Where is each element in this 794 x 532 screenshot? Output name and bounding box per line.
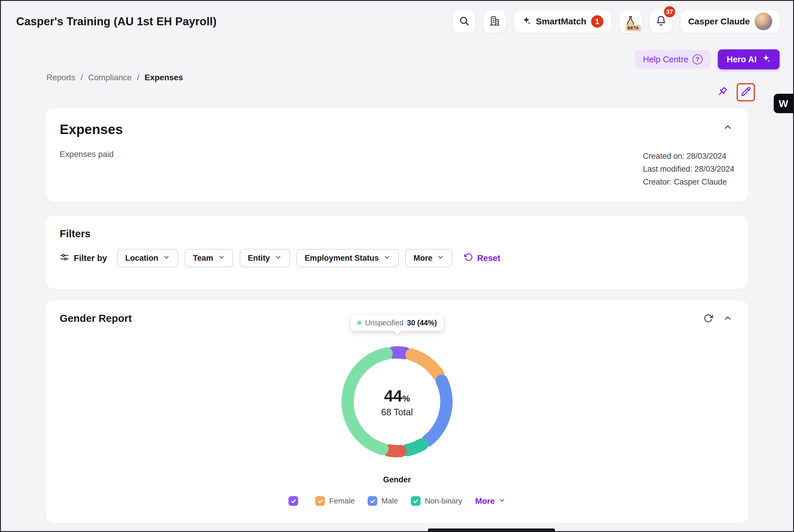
sliders-icon <box>60 252 69 264</box>
gender-report-card: Gender Report Unspecifie <box>45 301 749 523</box>
expenses-card: Expenses Expenses paid Created on: 28/03… <box>45 109 749 202</box>
legend-checkbox[interactable] <box>411 496 421 506</box>
pin-icon <box>716 86 728 99</box>
pin-button[interactable] <box>713 83 731 101</box>
filter-entity-dropdown[interactable]: Entity <box>240 249 290 267</box>
bottom-cutoff-element <box>428 529 555 531</box>
filter-more-dropdown[interactable]: More <box>405 249 453 267</box>
breadcrumb-separator: / <box>80 73 83 82</box>
page-title: Casper's Training (AU 1st EH Payroll) <box>16 15 453 28</box>
smartmatch-label: SmartMatch <box>536 17 586 26</box>
smartmatch-button[interactable]: SmartMatch 1 <box>514 10 611 33</box>
chevron-down-icon <box>275 254 282 263</box>
chevron-down-icon <box>498 496 505 506</box>
created-on: Created on: 28/03/2024 <box>643 150 734 163</box>
side-widget-tab[interactable]: W <box>774 94 793 113</box>
chevron-down-icon <box>218 254 225 263</box>
legend-item-male[interactable]: Male <box>368 496 398 506</box>
refresh-report-button[interactable] <box>702 312 715 325</box>
chevron-up-icon <box>723 314 733 324</box>
search-button[interactable] <box>453 10 476 33</box>
filter-by-label: Filter by <box>60 252 107 264</box>
sparkle-icon <box>522 16 531 27</box>
hero-ai-button[interactable]: Hero AI <box>718 50 780 69</box>
expenses-title: Expenses <box>60 121 123 137</box>
chevron-down-icon <box>384 254 390 263</box>
filter-employment-status-dropdown[interactable]: Employment Status <box>296 249 399 267</box>
legend-checkbox[interactable] <box>289 496 298 506</box>
report-tools <box>1 82 793 102</box>
chart-legend: Female Male Non-binary More <box>289 496 505 506</box>
expenses-subtitle: Expenses paid <box>60 150 114 188</box>
legend-item-non-binary[interactable]: Non-binary <box>411 496 462 506</box>
sparkle-icon <box>761 54 771 65</box>
w-logo: W <box>779 98 788 109</box>
tooltip-value: 30 (44%) <box>407 319 437 327</box>
breadcrumb-reports[interactable]: Reports <box>47 73 75 82</box>
building-icon <box>489 15 500 27</box>
breadcrumb-separator: / <box>137 73 140 82</box>
rotate-ccw-icon <box>464 253 473 264</box>
app-window: Casper's Training (AU 1st EH Payroll) Sm… <box>0 0 794 532</box>
pencil-icon <box>740 86 752 99</box>
chart-tooltip: Unspecified 30 (44%) <box>350 315 443 331</box>
notifications-badge: 37 <box>663 5 676 19</box>
edit-button[interactable] <box>737 83 755 101</box>
user-menu-button[interactable]: Casper Claude <box>680 10 780 33</box>
center-total: 68 Total <box>381 407 413 418</box>
help-centre-button[interactable]: Help Centre ? <box>634 50 711 69</box>
filter-location-dropdown[interactable]: Location <box>117 249 179 267</box>
user-name: Casper Claude <box>688 17 750 26</box>
notifications-button[interactable]: 37 <box>650 10 672 33</box>
breadcrumb: Reports / Compliance / Expenses <box>1 73 793 82</box>
collapse-gender-report-button[interactable] <box>721 312 734 325</box>
chevron-up-icon <box>723 122 733 133</box>
chevron-down-icon <box>437 254 444 263</box>
top-bar: Casper's Training (AU 1st EH Payroll) Sm… <box>1 1 793 42</box>
filters-card: Filters Filter by Location Team <box>45 215 749 289</box>
gender-report-title: Gender Report <box>60 312 132 324</box>
beta-badge: BETA <box>626 25 641 31</box>
smartmatch-badge: 1 <box>591 15 604 27</box>
legend-item-unlabeled[interactable] <box>289 496 302 506</box>
legend-checkbox[interactable] <box>315 496 325 506</box>
legend-checkbox[interactable] <box>368 496 377 506</box>
creator: Creator: Casper Claude <box>643 175 734 188</box>
quick-actions-row: Help Centre ? Hero AI <box>1 49 793 70</box>
question-circle-icon: ? <box>693 54 703 64</box>
bell-icon <box>655 15 667 27</box>
reset-filters-button[interactable]: Reset <box>464 253 500 264</box>
legend-item-female[interactable]: Female <box>315 496 355 506</box>
main-content: Expenses Expenses paid Created on: 28/03… <box>1 109 793 523</box>
gender-donut-chart[interactable]: 44 % 68 Total <box>335 340 459 463</box>
tooltip-label: Unspecified <box>365 319 404 327</box>
help-centre-label: Help Centre <box>643 55 688 64</box>
report-meta: Created on: 28/03/2024 Last modified: 28… <box>643 150 734 188</box>
refresh-icon <box>704 314 713 324</box>
beta-lab-button[interactable]: BETA <box>619 10 642 33</box>
search-icon <box>459 15 469 27</box>
filters-title: Filters <box>60 228 734 240</box>
organisation-button[interactable] <box>483 10 506 33</box>
header-actions: SmartMatch 1 BETA 37 Casper Claude <box>453 10 780 33</box>
donut-center-text: 44 % 68 Total <box>335 340 459 463</box>
collapse-expenses-button[interactable] <box>721 121 734 134</box>
last-modified: Last modified: 28/03/2024 <box>643 163 734 175</box>
filter-team-dropdown[interactable]: Team <box>185 249 233 267</box>
breadcrumb-compliance[interactable]: Compliance <box>88 73 132 82</box>
breadcrumb-expenses: Expenses <box>144 73 183 82</box>
tooltip-dot <box>357 321 362 325</box>
hero-ai-label: Hero AI <box>727 55 757 64</box>
center-percent-unit: % <box>402 394 410 403</box>
chevron-down-icon <box>163 254 170 263</box>
legend-more-button[interactable]: More <box>475 496 505 506</box>
avatar <box>755 13 772 30</box>
center-percent: 44 <box>384 386 402 405</box>
x-axis-label: Gender <box>383 475 411 484</box>
